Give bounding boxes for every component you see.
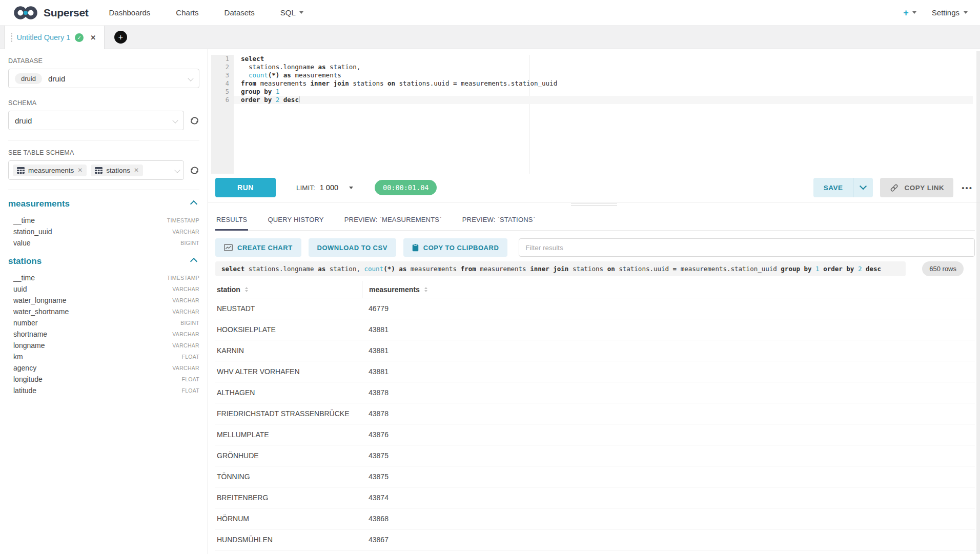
column-row: agencyVARCHAR: [8, 362, 199, 374]
line-number: 1: [211, 55, 234, 63]
limit-dropdown[interactable]: LIMIT: 1 000: [296, 183, 353, 192]
table-row: FRIEDRICHSTADT STRASSENBRÜCKE43878: [215, 403, 975, 424]
cell-station: WHV ALTER VORHAFEN: [215, 367, 362, 376]
column-type: FLOAT: [181, 376, 199, 382]
editor-line: 1select: [211, 55, 973, 63]
nav-item-charts[interactable]: Charts: [176, 8, 198, 17]
add-tab-button[interactable]: +: [114, 31, 127, 44]
download-to-csv-button[interactable]: DOWNLOAD TO CSV: [309, 238, 396, 257]
save-label: SAVE: [813, 178, 853, 197]
row-count-badge: 650 rows: [922, 261, 964, 276]
text-cursor: [299, 96, 300, 102]
column-header-measurements[interactable]: measurements: [362, 281, 975, 298]
table-chip-label: measurements: [28, 167, 74, 174]
scrollbar[interactable]: [976, 51, 980, 554]
results-tab-results[interactable]: RESULTS: [215, 213, 248, 231]
table-chip-label: stations: [106, 167, 130, 174]
refresh-schema-button[interactable]: [190, 116, 199, 126]
drag-handle-icon[interactable]: [11, 33, 12, 42]
clipboard-icon: [412, 243, 419, 252]
line-code: order by 2 desc: [234, 96, 973, 104]
nav-item-label: Datasets: [224, 8, 255, 17]
settings-menu[interactable]: Settings: [932, 8, 968, 17]
column-type: TIMESTAMP: [167, 217, 199, 223]
copy-to-clipboard-button[interactable]: COPY TO CLIPBOARD: [403, 238, 507, 257]
schema-table-measurements: measurements__timeTIMESTAMPstation_uuidV…: [8, 199, 199, 249]
chevron-up-icon: [190, 200, 197, 208]
save-dropdown-toggle[interactable]: [853, 178, 873, 197]
refresh-icon: [190, 116, 199, 126]
divider: [8, 140, 199, 140]
nav-item-sql[interactable]: SQL: [280, 8, 303, 17]
new-query-plus-button[interactable]: +: [903, 8, 916, 17]
editor-line: 2 stations.longname as station,: [211, 63, 973, 71]
column-row: valueBIGINT: [8, 237, 199, 249]
cell-station: MELLUMPLATE: [215, 430, 362, 439]
table-name: measurements: [8, 199, 70, 209]
schema-table-header-measurements[interactable]: measurements: [8, 199, 199, 209]
close-tab-icon[interactable]: ✕: [90, 34, 96, 42]
database-select[interactable]: druid druid: [8, 69, 199, 88]
line-number: 6: [211, 96, 234, 104]
executed-query-text: select stations.longname as station, cou…: [215, 261, 906, 276]
column-name: __time: [13, 274, 35, 282]
column-header-station[interactable]: station: [215, 281, 362, 298]
results-tab-preview-measurements[interactable]: PREVIEW: `MEASUREMENTS`: [343, 213, 443, 231]
limit-value: 1 000: [320, 183, 338, 192]
query-tab-strip: Untitled Query 1 ✓ ✕ +: [0, 26, 980, 49]
create-chart-button[interactable]: CREATE CHART: [215, 238, 301, 257]
nav-item-label: SQL: [280, 8, 296, 17]
column-type: VARCHAR: [172, 229, 199, 235]
column-type: BIGINT: [180, 240, 199, 246]
remove-chip-icon[interactable]: ✕: [77, 167, 83, 174]
refresh-tables-button[interactable]: [190, 166, 199, 175]
column-row: station_uuidVARCHAR: [8, 226, 199, 237]
pane-splitter[interactable]: [208, 202, 980, 207]
table-chip-measurements[interactable]: measurements✕: [13, 165, 87, 176]
column-row: uuidVARCHAR: [8, 283, 199, 295]
copy-link-button[interactable]: COPY LINK: [880, 178, 953, 197]
schema-select[interactable]: druid: [8, 111, 184, 130]
chevron-down-icon: [964, 11, 968, 14]
schema-table-header-stations[interactable]: stations: [8, 256, 199, 266]
cell-station: BREITENBERG: [215, 494, 362, 502]
run-query-button[interactable]: RUN: [215, 178, 276, 197]
results-tab-preview-stations[interactable]: PREVIEW: `STATIONS`: [461, 213, 536, 231]
column-name: value: [13, 239, 30, 247]
cell-station: TÖNNING: [215, 473, 362, 481]
sql-lab-sidebar: DATABASE druid druid SCHEMA druid: [0, 49, 208, 554]
column-name: water_longname: [13, 296, 67, 304]
nav-item-dashboards[interactable]: Dashboards: [109, 8, 150, 17]
more-actions-button[interactable]: •••: [962, 183, 973, 192]
cell-measurements: 43878: [362, 388, 389, 397]
table-row: HÖRNUM43868: [215, 508, 975, 529]
results-tab-query-history[interactable]: QUERY HISTORY: [267, 213, 324, 231]
chevron-down-icon: [174, 167, 180, 173]
table-chip-stations[interactable]: stations✕: [91, 165, 143, 176]
table-schema-select[interactable]: measurements✕stations✕: [8, 160, 184, 180]
column-row: __timeTIMESTAMP: [8, 272, 199, 283]
line-code: count(*) as measurements: [234, 71, 973, 79]
action-button-label: DOWNLOAD TO CSV: [317, 244, 387, 252]
column-row: longnameVARCHAR: [8, 340, 199, 351]
infinity-logo-icon: [12, 5, 39, 20]
splitter-grip[interactable]: [571, 203, 617, 206]
line-code: select: [234, 55, 973, 63]
column-name: water_shortname: [13, 307, 69, 316]
save-query-button[interactable]: SAVE: [813, 178, 873, 197]
column-row: water_longnameVARCHAR: [8, 295, 199, 306]
superset-logo[interactable]: Superset: [12, 5, 88, 20]
column-name: latitude: [13, 386, 36, 395]
sql-code-editor[interactable]: 1select2 stations.longname as station,3 …: [211, 55, 973, 174]
cell-measurements: 43875: [362, 452, 389, 460]
nav-item-label: Dashboards: [109, 8, 150, 17]
column-type: FLOAT: [181, 387, 199, 394]
tab-untitled-query-1[interactable]: Untitled Query 1 ✓ ✕: [4, 26, 105, 49]
table-row: HOOKSIELPLATE43881: [215, 319, 975, 340]
results-pane: RESULTSQUERY HISTORYPREVIEW: `MEASUREMEN…: [208, 207, 980, 554]
remove-chip-icon[interactable]: ✕: [134, 167, 139, 174]
schema-table-stations: stations__timeTIMESTAMPuuidVARCHARwater_…: [8, 256, 199, 396]
database-value: druid: [48, 74, 65, 83]
nav-item-datasets[interactable]: Datasets: [224, 8, 255, 17]
filter-results-input[interactable]: [519, 238, 975, 257]
